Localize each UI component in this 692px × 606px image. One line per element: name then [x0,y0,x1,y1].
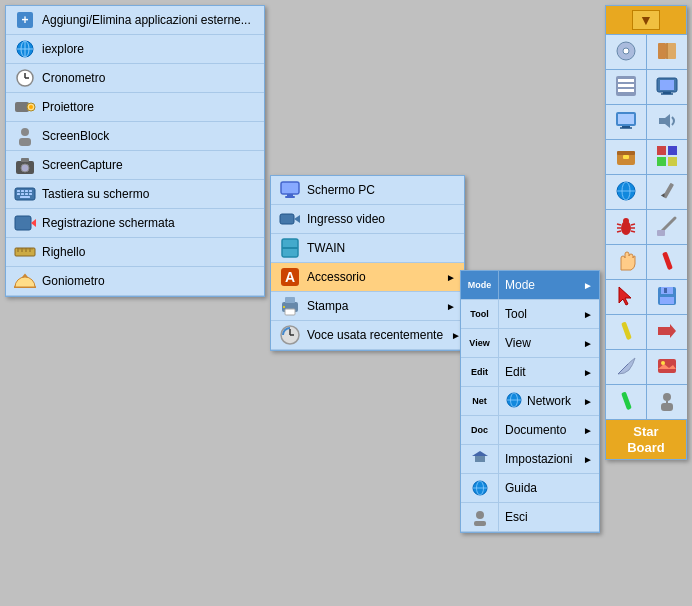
menu-accessorio-label: Accessorio [307,270,438,284]
panel3-tool[interactable]: Tool Tool ► [461,300,599,329]
toolbar-screen-btn[interactable] [647,70,687,104]
clock-icon [14,67,36,89]
panel3-net[interactable]: Net Network ► [461,387,599,416]
person-icon [14,125,36,147]
svg-rect-27 [15,216,31,230]
panel1-menu: + Aggiungi/Elimina applicazioni esterne.… [5,5,265,297]
pen-icon [656,180,678,205]
toolbar-treasure-btn[interactable] [606,140,646,174]
svg-rect-13 [19,138,31,146]
accessorio-arrow: ► [446,272,456,283]
menu-iexplore[interactable]: iexplore [6,35,264,64]
menu-goniometro[interactable]: Goniometro [6,267,264,296]
menu-voce-recente[interactable]: Voce usata recentemente ► [271,321,464,350]
green-pen-icon [615,390,637,415]
menu-proiettore[interactable]: Proiettore [6,93,264,122]
toolbar-person2-btn[interactable] [647,385,687,419]
triangle-icon: ▼ [639,12,653,28]
toolbar-cursor-btn[interactable] [606,35,646,69]
svg-rect-39 [287,194,293,196]
toolbar-feather-btn[interactable] [606,350,646,384]
toolbar-arrow-right-btn[interactable] [647,315,687,349]
mouse-ptr-icon [615,285,637,310]
feather-icon [615,355,637,380]
menu-schermo-pc[interactable]: Schermo PC [271,176,464,205]
menu-twain-label: TWAIN [307,241,456,255]
impostazioni-label: Impostazioni [505,452,583,466]
svg-rect-86 [668,146,677,155]
panel3-mode[interactable]: Mode Mode ► [461,271,599,300]
menu-stampa[interactable]: Stampa ► [271,292,464,321]
toolbar-monitor-btn[interactable] [606,105,646,139]
svg-rect-38 [281,182,299,194]
toolbar-hand-btn[interactable] [606,245,646,279]
treasure-icon [615,145,637,170]
svg-rect-83 [617,151,635,155]
panel3-esci[interactable]: Esci [461,503,599,532]
menu-add-remove[interactable]: + Aggiungi/Elimina applicazioni esterne.… [6,6,264,35]
svg-point-115 [661,361,665,365]
menu-cronometro[interactable]: Cronometro [6,64,264,93]
toolbar-bug-btn[interactable] [606,210,646,244]
toolbar-picture-btn[interactable] [647,350,687,384]
menu-tastiera-label: Tastiera su schermo [42,187,256,201]
menu-screenblock[interactable]: ScreenBlock [6,122,264,151]
svg-text:A: A [285,269,295,285]
svg-marker-105 [619,287,631,305]
camera-icon [14,154,36,176]
toolbar-diagonal-btn[interactable] [647,210,687,244]
accessory-icon: A [279,266,301,288]
projector-icon [14,96,36,118]
toolbar-collapse-button[interactable]: ▼ [632,10,660,30]
toolbar-green-pen-btn[interactable] [606,385,646,419]
toolbar-browser2-btn[interactable] [606,175,646,209]
toolbar-grid-btn[interactable] [647,140,687,174]
panel3-doc[interactable]: Doc Documento ► [461,416,599,445]
svg-rect-103 [657,230,665,236]
toolbar-mouse-ptr-btn[interactable] [606,280,646,314]
svg-rect-72 [618,89,634,92]
toolbar-volume-btn[interactable] [647,105,687,139]
toolbar-red-pen-btn[interactable] [647,245,687,279]
menu-twain[interactable]: TWAIN [271,234,464,263]
menu-goniometro-label: Goniometro [42,274,256,288]
toolbar-list-btn[interactable] [606,70,646,104]
toolbar-save-btn[interactable] [647,280,687,314]
svg-rect-48 [285,297,295,303]
toolbar-book-btn[interactable] [647,35,687,69]
starboard-label: StarBoard [627,424,665,455]
panel3-menu: Mode Mode ► Tool Tool ► View View ► Edit… [460,270,600,533]
panel3-impostazioni[interactable]: Impostazioni ► [461,445,599,474]
svg-rect-18 [17,190,20,192]
svg-point-95 [623,218,629,224]
svg-rect-19 [21,190,24,192]
svg-rect-24 [25,193,28,195]
menu-righello[interactable]: Righello [6,238,264,267]
toolbar-yellow-pen-btn[interactable] [606,315,646,349]
mode-arrow: ► [583,280,593,291]
menu-voce-recente-label: Voce usata recentemente [307,328,443,342]
menu-registrazione[interactable]: Registrazione schermata [6,209,264,238]
menu-schermo-pc-label: Schermo PC [307,183,456,197]
starboard-button[interactable]: StarBoard [606,419,686,459]
menu-iexplore-label: iexplore [42,42,256,56]
svg-rect-66 [658,43,666,59]
print-icon [279,295,301,317]
panel3-view[interactable]: View View ► [461,329,599,358]
monitor-icon [279,179,301,201]
doc-badge: Doc [461,416,499,444]
menu-accessorio[interactable]: A Accessorio ► [271,263,464,292]
menu-ingresso-video[interactable]: Ingresso video [271,205,464,234]
svg-text:+: + [21,13,28,27]
panel2-menu: Schermo PC Ingresso video TWAIN A Access… [270,175,465,351]
toolbar-pen-btn[interactable] [647,175,687,209]
grid-icon [656,145,678,170]
panel3-guida[interactable]: Guida [461,474,599,503]
book-icon [656,40,678,65]
browser-icon [14,38,36,60]
svg-rect-76 [660,80,674,90]
menu-screencapture[interactable]: ScreenCapture [6,151,264,180]
panel3-edit[interactable]: Edit Edit ► [461,358,599,387]
menu-tastiera[interactable]: Tastiera su schermo [6,180,264,209]
svg-rect-25 [29,193,32,195]
